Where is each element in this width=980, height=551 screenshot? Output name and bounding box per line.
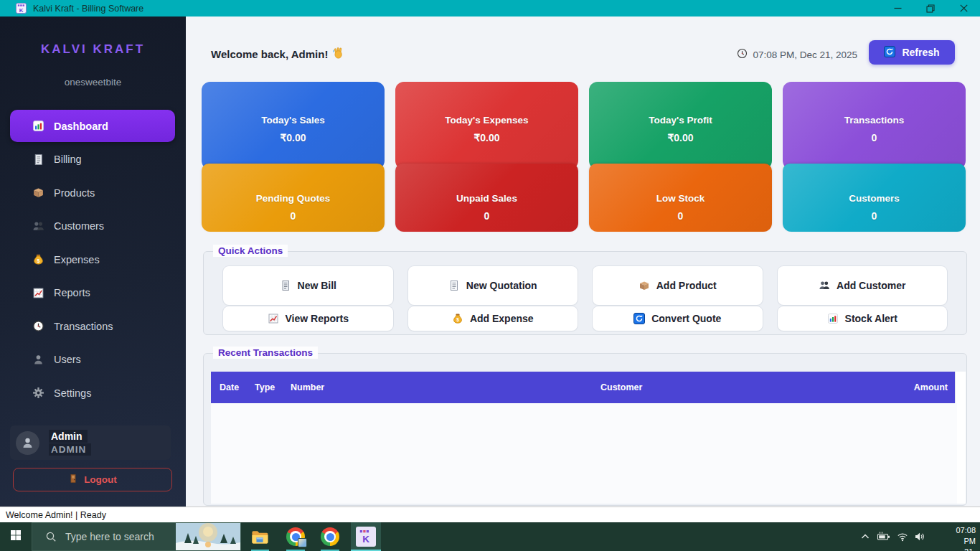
- qa-label: Add Customer: [837, 280, 905, 291]
- sidebar-item-transactions[interactable]: Transactions: [10, 310, 175, 342]
- sidebar-item-expenses[interactable]: $ Expenses: [10, 243, 175, 276]
- recent-transactions-group: Recent Transactions Date Type Number Cus…: [203, 353, 967, 506]
- restore-button[interactable]: [914, 0, 947, 17]
- col-date[interactable]: Date: [220, 372, 239, 403]
- status-text: Welcome Admin! | Ready: [6, 510, 106, 520]
- logout-button[interactable]: Logout: [13, 468, 172, 491]
- sidebar: KALVI KRAFT onesweetbite Dashboard Billi…: [0, 17, 186, 507]
- stat-title: Customers: [849, 193, 900, 204]
- user-role: ADMIN: [49, 443, 91, 456]
- convert-quote-button[interactable]: Convert Quote: [593, 306, 763, 331]
- sidebar-item-products[interactable]: Products: [10, 176, 175, 209]
- chevron-up-icon[interactable]: [859, 531, 871, 542]
- transactions-table-body: [211, 403, 957, 504]
- sidebar-item-reports[interactable]: Reports: [10, 277, 175, 309]
- stat-title: Pending Quotes: [256, 193, 331, 204]
- stat-value: 0: [484, 210, 490, 222]
- sidebar-item-customers[interactable]: Customers: [10, 210, 175, 242]
- chrome-profile-icon[interactable]: [286, 527, 305, 546]
- qa-label: Stock Alert: [845, 313, 897, 324]
- people-icon: [819, 280, 830, 291]
- stock-alert-button[interactable]: Stock Alert: [778, 306, 948, 331]
- sidebar-item-dashboard[interactable]: Dashboard: [10, 110, 175, 142]
- sidebar-nav: Dashboard Billing Products Customers $ E…: [0, 110, 186, 410]
- file-explorer-icon[interactable]: [250, 527, 269, 546]
- window-title: Kalvi Kraft - Billing Software: [33, 4, 143, 14]
- user-name: Admin: [49, 430, 88, 443]
- stat-value: 0: [678, 210, 684, 222]
- sidebar-item-label: Expenses: [54, 254, 100, 265]
- welcome-heading: Welcome back, Admin!: [211, 47, 344, 61]
- refresh-button[interactable]: Refresh: [869, 40, 955, 65]
- user-panel: Admin ADMIN: [10, 425, 171, 460]
- new-quotation-button[interactable]: New Quotation: [408, 266, 578, 305]
- stat-todays-profit: Today's Profit ₹0.00: [589, 82, 772, 169]
- stat-low-stock: Low Stock 0: [589, 164, 772, 232]
- chrome-icon[interactable]: [321, 527, 339, 546]
- stat-title: Today's Expenses: [445, 115, 528, 126]
- taskbar-search[interactable]: [32, 522, 241, 551]
- sidebar-item-billing[interactable]: Billing: [10, 143, 175, 176]
- sidebar-item-users[interactable]: Users: [10, 344, 175, 376]
- receipt-icon: [280, 280, 291, 291]
- stat-value: ₹0.00: [280, 132, 306, 143]
- welcome-text: Welcome back, Admin!: [211, 48, 328, 60]
- desktop: K Kalvi Kraft - Billing Software KALVI K…: [0, 0, 980, 551]
- sidebar-item-label: Settings: [54, 387, 91, 399]
- stat-value: ₹0.00: [473, 132, 499, 143]
- stat-customers: Customers 0: [783, 164, 966, 232]
- stat-title: Low Stock: [656, 193, 705, 204]
- kalvi-kraft-icon[interactable]: K: [356, 527, 374, 545]
- receipt-icon: [32, 154, 44, 166]
- add-product-button[interactable]: Add Product: [593, 266, 763, 305]
- stat-transactions: Transactions 0: [783, 82, 966, 169]
- weather-widget[interactable]: [176, 523, 240, 550]
- package-icon: [639, 280, 650, 291]
- minimize-button[interactable]: [881, 0, 914, 17]
- col-customer[interactable]: Customer: [600, 372, 642, 403]
- search-input[interactable]: [64, 530, 176, 543]
- stat-todays-expenses: Today's Expenses ₹0.00: [395, 82, 578, 169]
- refresh-icon: [884, 46, 895, 60]
- sidebar-item-label: Users: [54, 354, 81, 365]
- status-bar: Welcome Admin! | Ready: [0, 507, 980, 522]
- logout-label: Logout: [84, 474, 117, 485]
- new-bill-button[interactable]: New Bill: [223, 266, 393, 305]
- view-reports-button[interactable]: View Reports: [223, 306, 393, 331]
- datetime-display: 07:08 PM, Dec 21, 2025: [737, 48, 857, 61]
- start-button[interactable]: [0, 522, 32, 551]
- taskbar-clock[interactable]: 07:08 PM 21-12-2025: [956, 525, 976, 551]
- kalvi-kraft-logo-icon: K: [16, 3, 27, 14]
- add-expense-button[interactable]: $ Add Expense: [408, 306, 578, 331]
- volume-icon[interactable]: [914, 531, 925, 542]
- user-icon: [32, 354, 44, 366]
- col-amount[interactable]: Amount: [914, 372, 948, 403]
- qa-label: Convert Quote: [651, 313, 721, 324]
- wifi-icon[interactable]: [897, 531, 908, 542]
- sidebar-item-label: Dashboard: [54, 121, 108, 132]
- refresh-icon: [633, 313, 645, 324]
- gear-icon: [32, 387, 44, 399]
- sidebar-item-settings[interactable]: Settings: [10, 377, 175, 409]
- money-bag-icon: $: [32, 253, 44, 265]
- add-customer-button[interactable]: Add Customer: [778, 266, 948, 305]
- search-icon: [45, 531, 57, 542]
- user-avatar-icon: [16, 431, 39, 455]
- door-icon: [68, 474, 78, 486]
- qa-label: New Quotation: [466, 280, 537, 291]
- package-icon: [32, 187, 44, 199]
- svg-text:$: $: [37, 258, 40, 264]
- stat-card-profit: Today's Profit ₹0.00 Low Stock 0: [589, 82, 772, 232]
- col-number[interactable]: Number: [291, 372, 324, 403]
- battery-charging-icon[interactable]: [877, 531, 891, 542]
- stat-pending-quotes: Pending Quotes 0: [202, 164, 385, 232]
- workspace-name: onesweetbite: [0, 77, 186, 88]
- qa-label: View Reports: [286, 313, 349, 324]
- money-bag-icon: $: [452, 313, 463, 324]
- bar-chart-icon: [827, 313, 839, 324]
- brand-title: KALVI KRAFT: [0, 42, 186, 57]
- main-content: Welcome back, Admin! 07:08 PM, Dec 21, 2…: [186, 17, 980, 507]
- close-icon[interactable]: [947, 0, 980, 17]
- svg-text:K: K: [19, 7, 24, 14]
- col-type[interactable]: Type: [255, 372, 275, 403]
